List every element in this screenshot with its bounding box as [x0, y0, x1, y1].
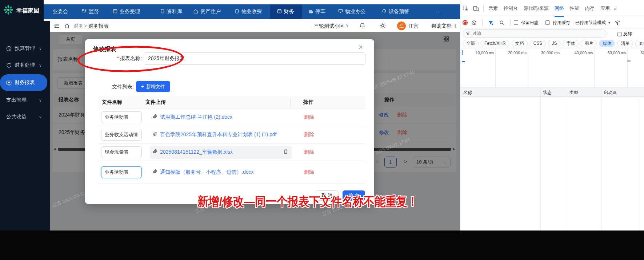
- avatar[interactable]: 江: [397, 21, 406, 30]
- pill-fetch-xhr[interactable]: Fetch/XHR: [481, 40, 509, 47]
- timeline-label: 40,000 ms: [568, 51, 593, 55]
- brand-logo-icon: [3, 4, 14, 17]
- devtools-tab-sources[interactable]: 源代码/来源: [521, 0, 552, 17]
- col-type[interactable]: 类型: [569, 90, 578, 96]
- filter-input[interactable]: [472, 31, 592, 36]
- nav-item-business-acceptance[interactable]: 业务受理: [113, 4, 140, 19]
- file-link[interactable]: 通知模版（服务号、小程序、短信）.docx: [160, 169, 253, 176]
- pill-media[interactable]: 媒体: [599, 40, 615, 47]
- devtools-tab-console[interactable]: 控制台: [501, 0, 521, 17]
- delete-file-link[interactable]: 删除: [304, 169, 314, 176]
- breadcrumb-parent[interactable]: 财务: [73, 23, 84, 29]
- column-divider[interactable]: [601, 87, 601, 231]
- search-icon[interactable]: [499, 20, 505, 25]
- devtools-tab-application[interactable]: 应用: [597, 0, 613, 17]
- file-link[interactable]: 20250814151122_车辆数据.xlsx: [160, 149, 233, 155]
- pill-socket[interactable]: 套接字: [635, 40, 644, 47]
- more-tabs-icon[interactable]: »: [613, 6, 618, 11]
- invert-filter[interactable]: 反转: [617, 31, 632, 37]
- column-divider[interactable]: [640, 87, 640, 231]
- nav-item-property-fees[interactable]: 物业收费: [235, 4, 262, 19]
- clear-icon[interactable]: [471, 20, 477, 25]
- report-name-input[interactable]: [144, 52, 365, 65]
- close-icon[interactable]: ×: [359, 43, 363, 51]
- timeline-label: 20,000 ms: [501, 51, 527, 55]
- sidebar-item-public-income[interactable]: 公共收益 ∨: [0, 109, 50, 125]
- nav-item-more[interactable]: ⋯: [436, 4, 441, 19]
- nav-item-finance[interactable]: 财务: [277, 4, 294, 19]
- nav-item-repository[interactable]: 资料库: [160, 4, 182, 19]
- community-selector[interactable]: 三轮测试小区: [314, 23, 344, 29]
- nav-item-owners-committee[interactable]: 业委会: [53, 4, 68, 19]
- col-file-upload: 文件上传: [145, 99, 166, 106]
- org-icon: [82, 9, 87, 15]
- separator: [482, 19, 483, 26]
- menu-fold-icon[interactable]: [54, 23, 60, 30]
- pill-doc[interactable]: 文档: [512, 40, 528, 47]
- gridline: [594, 48, 595, 87]
- network-timeline[interactable]: 10,000 ms 20,000 ms 30,000 ms 40,000 ms …: [460, 48, 644, 87]
- file-name-input[interactable]: [101, 111, 142, 123]
- pill-all[interactable]: 全部: [463, 40, 479, 47]
- chevron-down-icon[interactable]: ∨: [346, 23, 349, 28]
- col-status[interactable]: 状态: [543, 90, 552, 96]
- file-row: 20250814151122_车辆数据.xlsx 删除: [98, 143, 365, 161]
- shield-icon: [235, 9, 239, 15]
- user-name[interactable]: 江言: [408, 23, 419, 29]
- pill-js[interactable]: JS: [548, 40, 560, 47]
- file-name-input-focused[interactable]: [101, 166, 142, 178]
- filter-funnel-icon[interactable]: [488, 20, 493, 25]
- preserve-log-checkbox[interactable]: [514, 20, 518, 25]
- add-file-button[interactable]: + 新增文件: [136, 81, 170, 92]
- nav-item-property-office[interactable]: 物业办公: [338, 4, 365, 19]
- separator: [483, 5, 484, 12]
- devtools-tab-network[interactable]: 网络: [552, 0, 567, 17]
- pill-font[interactable]: 字体: [563, 40, 579, 47]
- gear-icon[interactable]: [380, 23, 386, 30]
- chevron-down-icon: ∨: [39, 115, 42, 119]
- chevron-down-icon: ∨: [39, 46, 42, 51]
- devtools-tab-memory[interactable]: 内存: [582, 0, 597, 17]
- nav-item-parking[interactable]: 停车: [308, 4, 325, 19]
- disable-cache-checkbox[interactable]: [545, 20, 550, 25]
- filter-input-wrap: [463, 29, 607, 38]
- sidebar-item-expenditure[interactable]: 支出管理 ∨: [0, 92, 50, 109]
- file-link[interactable]: 试用期工作总结-兰江艳 (2).docx: [160, 114, 232, 121]
- nav-item-assets-residents[interactable]: 资产住户: [193, 4, 221, 19]
- file-name-input[interactable]: [101, 129, 142, 141]
- help-docs-link[interactable]: 帮助文档《: [431, 23, 457, 29]
- sidebar-item-finance-processing[interactable]: 财务处理 ∨: [0, 57, 50, 74]
- delete-file-link[interactable]: 删除: [304, 131, 314, 138]
- paperclip-icon: [153, 149, 157, 155]
- invert-checkbox[interactable]: [617, 32, 622, 36]
- file-link[interactable]: 百色学院2025年预科直升本科专业计划表 (1) (1).pdf: [160, 131, 277, 138]
- trash-icon[interactable]: [283, 149, 288, 155]
- sidebar-item-finance-reports[interactable]: 财务报表: [0, 74, 47, 91]
- pill-css[interactable]: CSS: [530, 40, 546, 47]
- throttling-select[interactable]: 已停用节流模式: [575, 20, 606, 26]
- inspect-element-icon[interactable]: [463, 5, 469, 12]
- file-table: 文件名称 文件上传 操作 试用期工作总结-兰江艳 (2).docx 删除 百色学…: [98, 96, 365, 184]
- nav-item-device-alerts[interactable]: 设备预警: [382, 4, 409, 19]
- column-divider[interactable]: [540, 87, 541, 231]
- column-divider[interactable]: [567, 87, 567, 231]
- sidebar-item-budget[interactable]: 预算管理 ∨: [0, 40, 50, 57]
- pill-img[interactable]: 图片: [581, 40, 597, 47]
- record-icon[interactable]: [463, 20, 468, 25]
- device-toolbar-icon[interactable]: [473, 5, 479, 12]
- nav-item-supervision[interactable]: 监督: [82, 4, 99, 19]
- col-name[interactable]: 名称: [463, 90, 472, 96]
- red-annotation-text: 新增/修改—同一个报表下文件名称不能重复！: [197, 193, 418, 210]
- network-conditions-icon[interactable]: [615, 20, 620, 25]
- delete-file-link[interactable]: 删除: [304, 114, 314, 121]
- home-icon[interactable]: [64, 23, 70, 30]
- devtools-tab-performance[interactable]: 性能: [567, 0, 582, 17]
- delete-file-link[interactable]: 删除: [304, 149, 314, 155]
- required-star: *: [117, 55, 119, 61]
- doc-icon: [160, 9, 165, 15]
- col-initiator[interactable]: 启动器: [604, 90, 617, 96]
- bell-icon[interactable]: [359, 23, 365, 30]
- pill-manifest[interactable]: 清单: [617, 40, 633, 47]
- devtools-tab-elements[interactable]: 元素: [485, 0, 501, 17]
- file-name-input[interactable]: [101, 146, 142, 158]
